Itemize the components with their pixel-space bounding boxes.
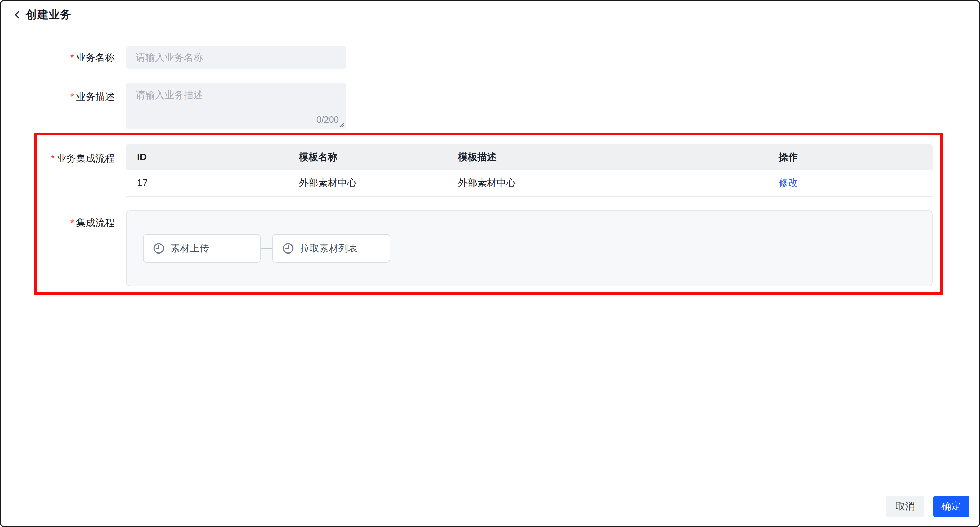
clock-icon xyxy=(153,242,165,255)
page-header: 创建业务 xyxy=(1,1,979,29)
char-counter: 0/200 xyxy=(317,115,339,125)
business-name-input[interactable] xyxy=(126,46,347,68)
required-asterisk: * xyxy=(70,51,74,64)
back-chevron-icon[interactable] xyxy=(11,9,23,21)
flow-node-label: 素材上传 xyxy=(170,242,209,255)
form-row-business-desc: * 业务描述 0/200 xyxy=(1,83,979,129)
header-cell-action: 操作 xyxy=(768,144,933,170)
business-desc-label: * 业务描述 xyxy=(1,83,115,129)
integration-label: * 业务集成流程 xyxy=(1,144,115,197)
footer-bar: 取消 确定 xyxy=(1,486,979,526)
modify-link[interactable]: 修改 xyxy=(778,177,798,188)
table-row: 17 外部素材中心 外部素材中心 修改 xyxy=(126,170,933,197)
integration-label-text: 业务集成流程 xyxy=(57,151,115,197)
node-connector-line xyxy=(261,248,272,249)
flow-canvas: 素材上传 拉取素材列表 xyxy=(126,210,933,286)
form-row-business-name: * 业务名称 xyxy=(1,46,979,68)
header-cell-id: ID xyxy=(126,144,288,170)
cell-template-desc: 外部素材中心 xyxy=(447,170,768,197)
required-asterisk: * xyxy=(70,216,74,286)
cell-id: 17 xyxy=(126,170,288,197)
form-row-flow: * 集成流程 素材上传 拉取素材列表 xyxy=(1,210,979,286)
form-content: * 业务名称 * 业务描述 0/200 xyxy=(1,29,979,286)
integration-table: ID 模板名称 模板描述 操作 17 外部素材中心 外部素材中心 修改 xyxy=(126,144,933,197)
business-desc-textarea-wrap: 0/200 xyxy=(126,83,347,129)
cell-template-name: 外部素材中心 xyxy=(288,170,447,197)
clock-icon xyxy=(282,242,294,255)
flow-node-pull-material-list[interactable]: 拉取素材列表 xyxy=(272,234,390,263)
header-cell-template-desc: 模板描述 xyxy=(447,144,768,170)
table-header-row: ID 模板名称 模板描述 操作 xyxy=(126,144,933,170)
resize-handle-icon[interactable] xyxy=(337,121,345,129)
cancel-button[interactable]: 取消 xyxy=(886,496,924,517)
business-desc-label-text: 业务描述 xyxy=(76,90,115,129)
business-desc-textarea[interactable] xyxy=(126,83,347,129)
flow-node-label: 拉取素材列表 xyxy=(300,242,358,255)
header-cell-template-name: 模板名称 xyxy=(288,144,447,170)
business-name-label: * 业务名称 xyxy=(1,46,115,68)
flow-label: * 集成流程 xyxy=(1,210,115,286)
flow-label-text: 集成流程 xyxy=(76,216,115,286)
required-asterisk: * xyxy=(51,151,55,197)
business-name-label-text: 业务名称 xyxy=(76,51,115,64)
confirm-button[interactable]: 确定 xyxy=(933,496,969,517)
flow-node-material-upload[interactable]: 素材上传 xyxy=(143,234,261,263)
page-title: 创建业务 xyxy=(26,7,71,22)
form-row-integration-table: * 业务集成流程 ID 模板名称 模板描述 操作 xyxy=(1,144,979,197)
required-asterisk: * xyxy=(70,90,74,129)
create-business-page: 创建业务 * 业务名称 * 业务描述 0/200 xyxy=(0,0,980,527)
